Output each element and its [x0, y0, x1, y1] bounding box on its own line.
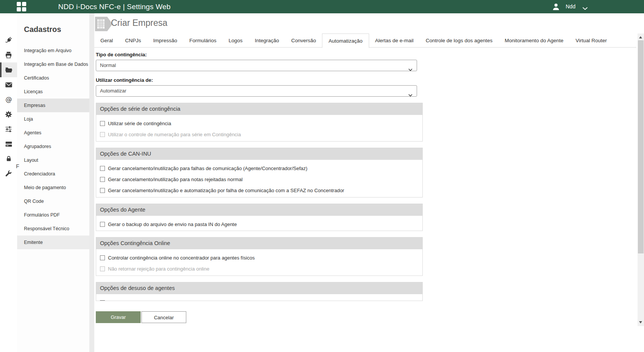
option-label: Controlar contingência online no concent…	[108, 255, 255, 261]
tab-formularios[interactable]: Formulários	[183, 33, 222, 48]
sidebar-item-qr-code[interactable]: QR Code	[17, 194, 89, 208]
vertical-scrollbar[interactable]	[638, 33, 644, 326]
option-label: Utilizar o controle de numeração para sé…	[108, 132, 241, 137]
svg-text:@: @	[5, 96, 12, 103]
chevron-down-icon	[408, 64, 412, 75]
sidebar-title: Cadastros	[24, 25, 61, 34]
sidebar-item-empresas[interactable]: Empresas	[17, 99, 89, 112]
sidebar-item-layout[interactable]: Layout	[17, 153, 89, 167]
section-header: Opções de série de contingência	[96, 103, 422, 115]
utilizar-contingencia-label: Utilizar contingência de:	[96, 77, 153, 83]
printer-icon[interactable]	[0, 48, 17, 62]
building-icon	[95, 17, 113, 31]
user-icon	[552, 3, 560, 12]
option-controle-agentes-desuso[interactable]: Utilizar controle de agentes em desuso	[96, 297, 422, 301]
wrench-icon[interactable]	[0, 166, 17, 181]
tab-integracao[interactable]: Integração	[249, 33, 285, 48]
cancel-button[interactable]: Cancelar	[141, 311, 186, 323]
gear-icon[interactable]	[0, 107, 17, 122]
tab-conversao[interactable]: Conversão	[285, 33, 322, 48]
clipped-text-fragment: F	[16, 163, 19, 169]
sidebar-item-licencas[interactable]: Licenças	[17, 85, 89, 99]
option-label: Gerar o backup do arquivo de envio na pa…	[108, 221, 237, 227]
user-menu-label[interactable]: Ndd	[566, 0, 576, 13]
at-icon[interactable]: @	[0, 92, 17, 107]
section-header: Opções de CAN-INU	[96, 148, 422, 160]
checkbox	[100, 132, 105, 137]
checkbox[interactable]	[100, 222, 105, 227]
sidebar-item-integracao-arquivo[interactable]: Integração em Arquivo	[17, 44, 89, 57]
sidebar-item-meio-pagamento[interactable]: Meio de pagamento	[17, 181, 89, 194]
checkbox[interactable]	[100, 166, 105, 171]
sidebar-item-agrupadores[interactable]: Agrupadores	[17, 140, 89, 153]
chevron-down-icon[interactable]	[582, 5, 588, 12]
app-grid-icon[interactable]	[17, 2, 26, 11]
scroll-up-icon[interactable]	[639, 36, 642, 38]
page-title: Criar Empresa	[111, 18, 167, 28]
section-header: Opções de desuso de agentes	[96, 282, 422, 294]
option-can-inu-sefaz[interactable]: Gerar cancelamento/inutilização e automa…	[96, 185, 422, 196]
sidebar: Cadastros Integração em Arquivo Integraç…	[17, 13, 89, 352]
option-label: Utilizar controle de agentes em desuso	[108, 300, 194, 301]
sidebar-item-integracao-base[interactable]: Integração em Base de Dados	[17, 57, 89, 71]
tab-logos[interactable]: Logos	[222, 33, 249, 48]
sidebar-item-responsavel-tecnico[interactable]: Responsável Técnico	[17, 222, 89, 236]
sidebar-item-agentes[interactable]: Agentes	[17, 126, 89, 140]
tab-alertas-email[interactable]: Alertas de e-mail	[369, 33, 420, 48]
icon-rail: @	[0, 13, 17, 352]
tab-impressao[interactable]: Impressão	[147, 33, 183, 48]
app-title: NDD i-Docs NFC-e | Settings Web	[58, 0, 171, 13]
tab-controle-logs[interactable]: Controle de logs dos agentes	[420, 33, 499, 48]
scroll-down-icon[interactable]	[639, 321, 642, 323]
tab-monitoramento[interactable]: Monitoramento do Agente	[498, 33, 569, 48]
option-label: Não retornar rejeição para contingência …	[108, 266, 209, 272]
sidebar-item-emitente[interactable]: Emitente	[17, 236, 89, 249]
checkbox[interactable]	[100, 188, 105, 193]
envelope-icon[interactable]	[0, 77, 17, 92]
checkbox	[100, 266, 105, 271]
tipo-contingencia-select[interactable]: Normal	[96, 60, 417, 71]
server-icon[interactable]	[0, 137, 17, 151]
tab-cnpjs[interactable]: CNPJs	[119, 33, 147, 48]
section-agente: Opções do Agente Gerar o backup do arqui…	[96, 204, 423, 231]
section-desuso-agentes: Opções de desuso de agentes Utilizar con…	[96, 282, 423, 301]
option-label: Utilizar série de contingência	[108, 121, 171, 126]
checkbox[interactable]	[100, 177, 105, 182]
folder-open-icon[interactable]	[0, 62, 17, 77]
tipo-contingencia-label: Tipo de contingência:	[96, 52, 147, 57]
select-value: Normal	[100, 62, 116, 68]
option-nao-retornar-rejeicao: Não retornar rejeição para contingência …	[96, 263, 422, 274]
checkbox[interactable]	[100, 300, 105, 301]
panel-divider	[89, 13, 94, 352]
option-label: Gerar cancelamento/inutilização para fal…	[108, 166, 308, 171]
section-can-inu: Opções de CAN-INU Gerar cancelamento/inu…	[96, 148, 423, 198]
checkbox[interactable]	[100, 121, 105, 126]
tab-geral[interactable]: Geral	[94, 33, 119, 48]
option-utilizar-serie[interactable]: Utilizar série de contingência	[96, 118, 422, 129]
tab-bar: Geral CNPJs Impressão Formulários Logos …	[94, 33, 636, 48]
sidebar-item-credenciadora[interactable]: Credenciadora	[17, 167, 89, 181]
option-label: Gerar cancelamento/inutilização para not…	[108, 177, 243, 182]
checkbox[interactable]	[100, 255, 105, 260]
save-button[interactable]: Gravar	[96, 311, 141, 323]
option-backup-pasta-in[interactable]: Gerar o backup do arquivo de envio na pa…	[96, 219, 422, 230]
section-header: Opções Contingência Online	[96, 237, 422, 249]
sidebar-item-formularios-pdf[interactable]: Formulários PDF	[17, 208, 89, 222]
option-can-inu-falhas[interactable]: Gerar cancelamento/inutilização para fal…	[96, 163, 422, 174]
sliders-icon[interactable]	[0, 122, 17, 137]
plug-icon[interactable]	[0, 33, 17, 48]
chevron-down-icon	[408, 90, 412, 100]
option-controlar-contingencia-online[interactable]: Controlar contingência online no concent…	[96, 252, 422, 263]
sidebar-item-certificados[interactable]: Certificados	[17, 71, 89, 85]
option-can-inu-rejeitadas[interactable]: Gerar cancelamento/inutilização para not…	[96, 174, 422, 185]
tab-virtual-router[interactable]: Virtual Router	[569, 33, 613, 48]
top-bar: NDD i-Docs NFC-e | Settings Web Ndd	[0, 0, 644, 13]
section-serie-contingencia: Opções de série de contingência Utilizar…	[96, 103, 423, 142]
lock-icon[interactable]	[0, 151, 17, 166]
section-contingencia-online: Opções Contingência Online Controlar con…	[96, 237, 423, 276]
utilizar-contingencia-select[interactable]: Automatizar	[96, 85, 417, 97]
scrollbar-thumb[interactable]	[638, 40, 644, 253]
option-controle-numeracao: Utilizar o controle de numeração para sé…	[96, 129, 422, 140]
tab-automatizacao[interactable]: Automatização	[322, 33, 369, 48]
sidebar-item-loja[interactable]: Loja	[17, 112, 89, 126]
